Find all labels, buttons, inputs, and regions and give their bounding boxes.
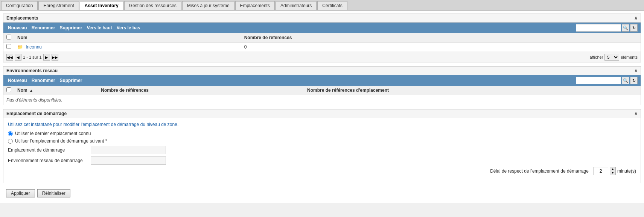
minutes-label: minute(s) <box>617 168 636 174</box>
search-icon: 🔍 <box>623 26 628 30</box>
emplacements-vers-haut-button[interactable]: Vers le haut <box>85 24 113 31</box>
tab-configuration[interactable]: Configuration <box>1 1 38 10</box>
radio-startup-location-label: Utiliser l'emplacement de démarrage suiv… <box>15 138 107 144</box>
emplacements-toolbar: Nouveau Renommer Supprimer Vers le haut … <box>3 23 641 33</box>
radio-startup-location[interactable] <box>8 139 13 144</box>
tab-mises-a-jour[interactable]: Mises à jour système <box>182 1 234 10</box>
emplacements-search-area: 🔍 ↻ <box>576 24 638 32</box>
startup-info-link[interactable]: Utilisez cet instantané pour modifier l'… <box>8 122 636 127</box>
pagination-text: 1 - 1 sur 1 <box>23 55 42 59</box>
radio-group-2: Utiliser l'emplacement de démarrage suiv… <box>8 138 636 144</box>
emplacements-collapse-icon[interactable]: ∧ <box>634 15 638 21</box>
tab-enregistrement[interactable]: Enregistrement <box>38 1 79 10</box>
emplacements-col-nom[interactable]: Nom <box>14 33 241 42</box>
emplacements-renommer-button[interactable]: Renommer <box>30 24 57 31</box>
row-nom-link[interactable]: Inconnu <box>26 44 42 50</box>
row-references-value: 0 <box>244 44 247 50</box>
search-icon-2: 🔍 <box>623 78 628 83</box>
emplacements-select-all-checkbox[interactable] <box>6 35 11 39</box>
env-reseau-toolbar: Nouveau Renommer Supprimer 🔍 ↻ <box>3 75 641 86</box>
emplacements-pagination: ◀◀ ◀ 1 - 1 sur 1 ▶ ▶▶ afficher 5 10 25 é… <box>3 52 641 62</box>
emplacements-search-input[interactable] <box>576 24 621 32</box>
env-reseau-table: Nom ▲ Nombre de références Nombre de réf… <box>3 86 641 95</box>
last-page-button[interactable]: ▶▶ <box>52 54 58 61</box>
pagination-left: ◀◀ ◀ 1 - 1 sur 1 ▶ ▶▶ <box>6 54 58 61</box>
radio-last-known[interactable] <box>8 131 13 136</box>
emplacements-panel: Emplacements ∧ Nouveau Renommer Supprime… <box>3 14 641 62</box>
bottom-buttons: Appliquer Réinitialiser <box>3 187 641 200</box>
refresh-icon: ↻ <box>632 26 636 30</box>
emplacements-table: Nom Nombre de références 📁 Inconnu <box>3 33 641 52</box>
env-reseau-search-input[interactable] <box>576 77 621 84</box>
row-nom-cell: 📁 Inconnu <box>14 42 241 52</box>
table-row: 📁 Inconnu 0 <box>3 42 641 52</box>
env-reseau-refresh-button[interactable]: ↻ <box>630 77 638 84</box>
startup-content: Utilisez cet instantané pour modifier l'… <box>3 118 641 183</box>
env-reseau-nouveau-button[interactable]: Nouveau <box>6 77 29 84</box>
per-page-select[interactable]: 5 10 25 <box>604 54 619 61</box>
emplacements-supprimer-button[interactable]: Supprimer <box>58 24 84 31</box>
env-reseau-search-area: 🔍 ↻ <box>576 77 638 84</box>
emplacements-search-button[interactable]: 🔍 <box>622 24 629 32</box>
row-checkbox-cell <box>3 42 14 52</box>
env-reseau-col-nom[interactable]: Nom ▲ <box>14 86 98 95</box>
delay-spinner: ▲ ▼ <box>610 167 616 175</box>
emplacements-col-references: Nombre de références <box>241 33 641 42</box>
delay-label: Délai de respect de l'emplacement de dém… <box>490 168 589 174</box>
emplacements-refresh-button[interactable]: ↻ <box>630 24 638 32</box>
tab-certificats[interactable]: Certificats <box>317 1 347 10</box>
tab-administrateurs[interactable]: Administrateurs <box>276 1 317 10</box>
env-reseau-col-references: Nombre de références <box>98 86 304 95</box>
env-demarrage-row: Environnement réseau de démarrage <box>8 156 636 165</box>
elements-label: éléments <box>621 55 638 59</box>
spinner-down-button[interactable]: ▼ <box>610 171 615 175</box>
folder-icon: 📁 <box>17 44 23 50</box>
tab-bar: Configuration Enregistrement Asset Inven… <box>0 0 644 11</box>
env-reseau-supprimer-button[interactable]: Supprimer <box>58 77 84 84</box>
emplacements-title: Emplacements <box>6 15 38 21</box>
delay-row: Délai de respect de l'emplacement de dém… <box>8 167 636 175</box>
sort-asc-icon: ▲ <box>29 88 33 93</box>
appliquer-button[interactable]: Appliquer <box>6 189 35 197</box>
env-demarrage-label: Environnement réseau de démarrage <box>8 158 91 163</box>
pagination-right: afficher 5 10 25 éléments <box>589 54 638 61</box>
tab-gestion-ressources[interactable]: Gestion des ressources <box>124 1 181 10</box>
first-page-button[interactable]: ◀◀ <box>6 54 13 61</box>
env-reseau-header: Environnements réseau ∧ <box>3 67 641 75</box>
emplacements-vers-bas-button[interactable]: Vers le bas <box>115 24 142 31</box>
row-checkbox[interactable] <box>6 44 11 49</box>
radio-last-known-label: Utiliser le dernier emplacement connu <box>15 131 91 136</box>
env-reseau-collapse-icon[interactable]: ∧ <box>634 68 638 73</box>
emplacement-input[interactable] <box>91 146 166 154</box>
radio-group-1: Utiliser le dernier emplacement connu <box>8 131 636 136</box>
env-demarrage-input[interactable] <box>91 156 166 165</box>
spinner-up-button[interactable]: ▲ <box>610 167 615 171</box>
delay-input[interactable] <box>593 167 608 175</box>
env-reseau-panel: Environnements réseau ∧ Nouveau Renommer… <box>3 66 641 105</box>
refresh-icon-2: ↻ <box>632 78 636 83</box>
startup-panel: Emplacement de démarrage ∧ Utilisez cet … <box>3 109 641 183</box>
env-reseau-col-references-emplacement: Nombre de références d'emplacement <box>304 86 641 95</box>
emplacement-label: Emplacement de démarrage <box>8 147 91 153</box>
reinitialiser-button[interactable]: Réinitialiser <box>37 189 70 197</box>
startup-collapse-icon[interactable]: ∧ <box>634 111 638 116</box>
env-reseau-table-header-row: Nom ▲ Nombre de références Nombre de réf… <box>3 86 641 95</box>
prev-page-button[interactable]: ◀ <box>15 54 21 61</box>
emplacements-nouveau-button[interactable]: Nouveau <box>6 24 29 31</box>
env-reseau-no-items: Pas d'éléments disponibles. <box>3 95 641 105</box>
startup-header: Emplacement de démarrage ∧ <box>3 109 641 118</box>
startup-title: Emplacement de démarrage <box>6 111 67 116</box>
env-reseau-search-button[interactable]: 🔍 <box>622 77 629 84</box>
tab-emplacements[interactable]: Emplacements <box>235 1 275 10</box>
env-reseau-renommer-button[interactable]: Renommer <box>30 77 57 84</box>
emplacements-table-header-row: Nom Nombre de références <box>3 33 641 42</box>
main-content: Emplacements ∧ Nouveau Renommer Supprime… <box>0 11 644 203</box>
env-reseau-col-checkbox <box>3 86 14 95</box>
afficher-label: afficher <box>589 55 603 59</box>
env-reseau-select-all-checkbox[interactable] <box>6 87 11 92</box>
env-reseau-title: Environnements réseau <box>6 68 58 73</box>
emplacements-col-checkbox <box>3 33 14 42</box>
next-page-button[interactable]: ▶ <box>43 54 50 61</box>
emplacements-header: Emplacements ∧ <box>3 14 641 23</box>
tab-asset-inventory[interactable]: Asset Inventory <box>80 1 123 10</box>
